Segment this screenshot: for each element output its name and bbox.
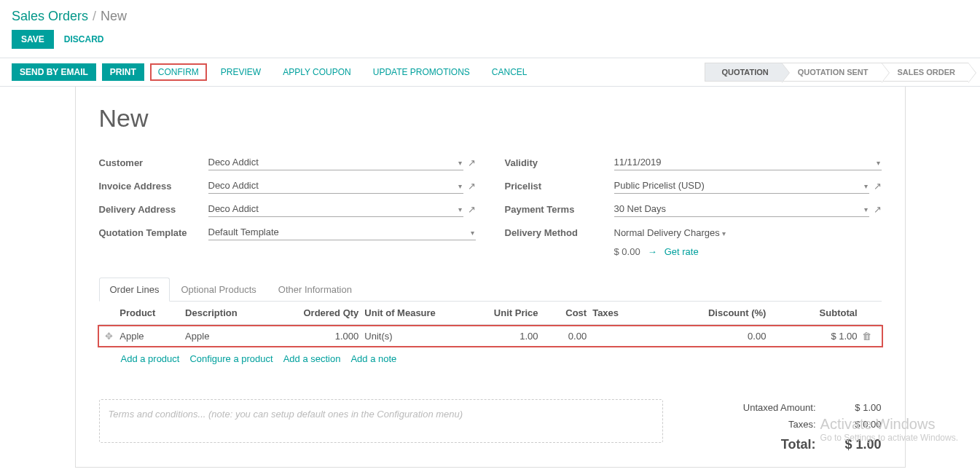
arrow-right-icon: → [648,246,657,257]
payment-terms-label: Payment Terms [505,204,614,215]
taxes-value: $ 0.00 [831,419,882,430]
validity-label: Validity [505,157,614,168]
chevron-down-icon: ▾ [471,228,474,236]
validity-field[interactable]: 11/11/2019▾ [614,154,882,170]
breadcrumb-parent[interactable]: Sales Orders [12,9,88,24]
cell-subtotal: $ 1.00 [772,331,861,342]
tab-bar: Order Lines Optional Products Other Info… [99,278,882,302]
external-link-icon[interactable]: ↗ [468,157,476,168]
chevron-down-icon: ▾ [458,158,462,166]
print-button[interactable]: PRINT [102,63,144,81]
delivery-address-field[interactable]: Deco Addict▾ [208,201,463,217]
totals-panel: Untaxed Amount: $ 1.00 Taxes: $ 0.00 Tot… [678,399,882,455]
quotation-template-label: Quotation Template [99,227,208,238]
delivery-method-field[interactable]: Normal Delivery Charges ▾ [614,225,882,240]
save-button[interactable]: SAVE [12,30,54,49]
update-promotions-button[interactable]: UPDATE PROMOTIONS [365,63,478,81]
taxes-label: Taxes: [678,419,831,430]
chevron-down-icon: ▾ [722,229,726,237]
preview-button[interactable]: PREVIEW [213,63,269,81]
status-quotation-sent[interactable]: QUOTATION SENT [782,63,882,82]
add-section-link[interactable]: Add a section [283,353,341,364]
configure-product-link[interactable]: Configure a product [189,353,273,364]
col-header-cost: Cost [544,307,593,318]
customer-label: Customer [99,157,208,168]
col-header-unit-price: Unit Price [447,307,544,318]
status-quotation[interactable]: QUOTATION [705,63,781,82]
add-note-link[interactable]: Add a note [350,353,396,364]
page-title: New [99,104,882,133]
breadcrumb: Sales Orders / New [0,0,980,30]
status-sales-order[interactable]: SALES ORDER [882,63,968,82]
delivery-cost-value: $ 0.00 [614,246,640,257]
table-row[interactable]: ✥ Apple Apple 1.000 Unit(s) 1.00 0.00 0.… [98,325,883,347]
cell-description[interactable]: Apple [185,331,302,342]
chevron-down-icon: ▾ [877,158,880,166]
tab-order-lines[interactable]: Order Lines [99,278,170,302]
total-label: Total: [678,437,831,452]
delivery-address-label: Delivery Address [99,204,208,215]
discard-button[interactable]: DISCARD [64,34,104,44]
toolbar: SEND BY EMAIL PRINT CONFIRM PREVIEW APPL… [0,58,980,87]
chevron-down-icon: ▾ [864,181,868,189]
col-header-discount: Discount (%) [648,307,772,318]
header-actions: SAVE DISCARD [0,30,980,58]
tab-optional-products[interactable]: Optional Products [170,278,267,302]
external-link-icon[interactable]: ↗ [874,181,882,192]
chevron-down-icon: ▾ [864,205,868,213]
chevron-down-icon: ▾ [458,181,462,189]
apply-coupon-button[interactable]: APPLY COUPON [275,63,359,81]
col-header-taxes: Taxes [592,307,648,318]
add-product-link[interactable]: Add a product [121,353,180,364]
external-link-icon[interactable]: ↗ [468,204,476,215]
quotation-template-field[interactable]: Default Template▾ [208,224,476,240]
pricelist-label: Pricelist [505,181,614,192]
col-header-uom: Unit of Measure [364,307,447,318]
trash-icon[interactable]: 🗑 [862,331,876,342]
cell-qty[interactable]: 1.000 [302,331,365,342]
get-rate-link[interactable]: Get rate [665,246,699,257]
invoice-address-label: Invoice Address [99,181,208,192]
tab-other-information[interactable]: Other Information [267,278,363,302]
cell-product[interactable]: Apple [119,331,185,342]
cell-discount[interactable]: 0.00 [648,331,772,342]
breadcrumb-current: New [101,9,127,24]
cancel-button[interactable]: CANCEL [484,63,536,81]
external-link-icon[interactable]: ↗ [468,181,476,192]
chevron-down-icon: ▾ [458,205,462,213]
status-steps: QUOTATION QUOTATION SENT SALES ORDER [705,63,968,82]
invoice-address-field[interactable]: Deco Addict▾ [208,178,463,194]
col-header-qty: Ordered Qty [302,307,365,318]
drag-handle-icon[interactable]: ✥ [105,331,120,342]
col-header-description: Description [185,307,302,318]
payment-terms-field[interactable]: 30 Net Days▾ [614,201,869,217]
cell-cost[interactable]: 0.00 [544,331,593,342]
delivery-method-label: Delivery Method [505,227,614,238]
send-by-email-button[interactable]: SEND BY EMAIL [12,63,96,81]
pricelist-field[interactable]: Public Pricelist (USD)▾ [614,178,869,194]
order-lines-table: Product Description Ordered Qty Unit of … [99,302,882,370]
breadcrumb-sep: / [93,9,96,24]
form-sheet: New Customer Deco Addict▾ ↗ Invoice Addr… [75,87,906,468]
cell-uom[interactable]: Unit(s) [364,331,447,342]
col-header-product: Product [119,307,185,318]
confirm-button[interactable]: CONFIRM [150,63,207,81]
untaxed-amount-value: $ 1.00 [831,402,882,413]
terms-and-conditions-input[interactable]: Terms and conditions... (note: you can s… [99,399,663,443]
cell-unit-price[interactable]: 1.00 [447,331,544,342]
col-header-subtotal: Subtotal [772,307,861,318]
total-value: $ 1.00 [831,437,882,452]
external-link-icon[interactable]: ↗ [874,204,882,215]
customer-field[interactable]: Deco Addict▾ [208,154,463,170]
untaxed-amount-label: Untaxed Amount: [678,402,831,413]
